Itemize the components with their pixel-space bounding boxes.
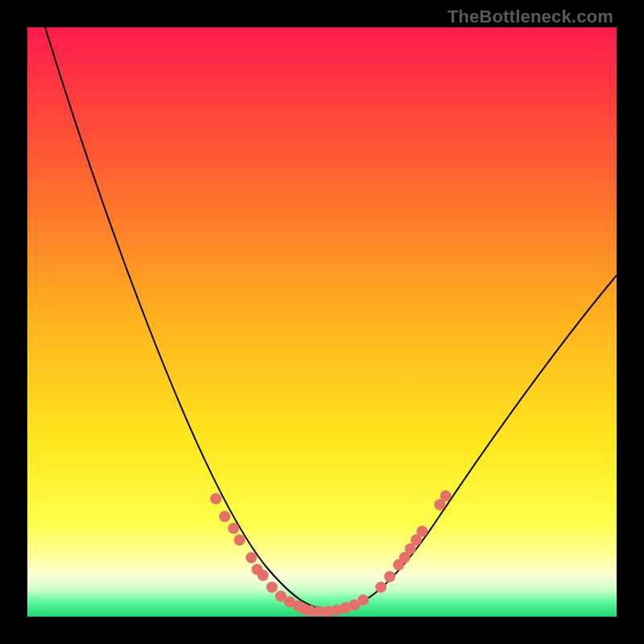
data-marker (219, 511, 230, 522)
data-marker (258, 570, 269, 581)
data-marker (246, 552, 257, 564)
data-marker (375, 581, 386, 592)
data-marker (440, 490, 452, 502)
data-marker (357, 595, 369, 606)
data-markers (210, 490, 452, 617)
curve-layer (27, 27, 617, 617)
data-marker (210, 493, 221, 505)
data-marker (234, 535, 246, 546)
chart-container: TheBottleneck.com (0, 0, 644, 644)
data-marker (384, 571, 395, 582)
plot-area (27, 27, 617, 617)
data-marker (266, 581, 278, 592)
bottleneck-curve (45, 27, 617, 610)
data-marker (416, 526, 427, 537)
data-marker (228, 522, 239, 534)
watermark-label: TheBottleneck.com (448, 6, 613, 27)
